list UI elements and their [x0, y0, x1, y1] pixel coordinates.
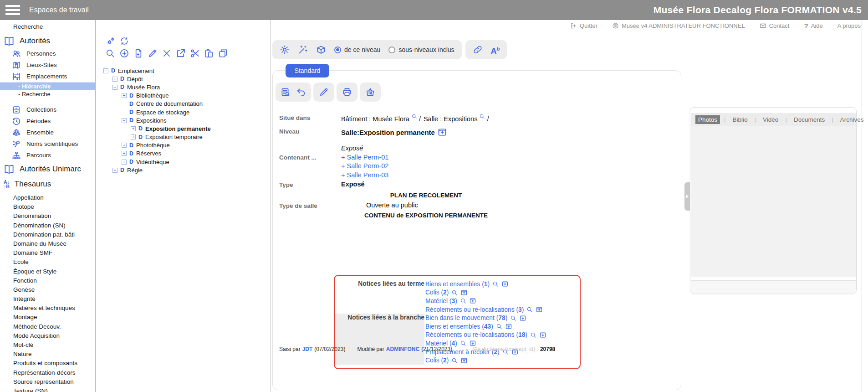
- sidebar-section-autorites-unimarc[interactable]: Autorités Unimarc: [0, 162, 95, 176]
- open-list-icon[interactable]: [501, 280, 509, 288]
- link-icon[interactable]: [473, 45, 483, 55]
- saisi-user-link[interactable]: JDT: [302, 346, 313, 352]
- tree-node-bibliotheque[interactable]: + D Bibliothèque: [102, 92, 267, 100]
- thesaurus-item-methode-decouv[interactable]: Méthode Decouv.: [0, 322, 95, 331]
- open-list-icon[interactable]: [460, 357, 468, 364]
- tree-node-videotheque[interactable]: + D Vidéothèque: [102, 158, 267, 166]
- media-tab-documents[interactable]: Documents: [791, 115, 827, 124]
- tree-node-regie[interactable]: + D Régie: [102, 166, 267, 174]
- thesaurus-item-denomination-sn[interactable]: Dénomination (SN): [0, 221, 95, 230]
- thesaurus-item-genese[interactable]: Genèse: [0, 285, 95, 294]
- sidebar-subitem-hierarchie[interactable]: - Hiérarchie: [0, 83, 95, 90]
- search-icon[interactable]: [510, 315, 516, 321]
- sidebar-subitem-recherche[interactable]: - Recherche: [0, 91, 95, 98]
- expand-toggle-icon[interactable]: +: [131, 126, 136, 131]
- copy-icon[interactable]: [218, 48, 228, 58]
- tree-node-centre-de-documentation[interactable]: D Centre de documentation: [102, 100, 267, 108]
- sidebar-section-thesaurus[interactable]: A↓↑BThesaurus: [0, 177, 95, 191]
- sidebar-item-collections[interactable]: Collections: [0, 104, 95, 115]
- thesaurus-item-domaine-du-musee[interactable]: Domaine du Musée: [0, 239, 95, 248]
- search-icon[interactable]: [492, 281, 499, 287]
- tree-node-depot[interactable]: + D Dépôt: [102, 75, 267, 83]
- thesaurus-item-source-representation[interactable]: Source représentation: [0, 377, 95, 387]
- search-icon[interactable]: [460, 298, 466, 304]
- doc-plus-icon[interactable]: [133, 48, 143, 58]
- open-list-icon[interactable]: [536, 306, 543, 313]
- thesaurus-item-ecole[interactable]: Ecole: [0, 258, 95, 267]
- thesaurus-item-denomination[interactable]: Dénomination: [0, 211, 95, 221]
- thesaurus-item-nature[interactable]: Nature: [0, 350, 95, 359]
- wand-icon[interactable]: [298, 45, 308, 55]
- media-tab-video[interactable]: Vidéo: [760, 115, 781, 124]
- expand-toggle-icon[interactable]: +: [122, 93, 127, 98]
- open-list-icon[interactable]: [519, 315, 526, 322]
- open-list-icon[interactable]: [505, 323, 512, 330]
- scissors-icon[interactable]: [190, 48, 200, 58]
- thesaurus-item-mot-cle[interactable]: Mot-clé: [0, 340, 95, 350]
- sidebar-item-emplacements[interactable]: Emplacements: [0, 71, 95, 82]
- tree-node-phototheque[interactable]: + D Photothèque: [102, 141, 267, 150]
- action-button-printer[interactable]: [337, 83, 357, 102]
- tree-node-reserves[interactable]: + D Réserves: [102, 150, 267, 158]
- expand-toggle-icon[interactable]: −: [112, 85, 117, 90]
- sidebar-section-autorites[interactable]: Autorités: [0, 34, 95, 48]
- paste-icon[interactable]: [204, 48, 214, 58]
- contenant-link-salle-perm-02[interactable]: + Salle Perm-02: [341, 162, 388, 170]
- expand-toggle-icon[interactable]: +: [112, 168, 117, 173]
- expand-toggle-icon[interactable]: −: [103, 68, 108, 73]
- x-icon[interactable]: [162, 48, 172, 58]
- open-list-icon[interactable]: [460, 289, 468, 296]
- contact-link[interactable]: Contact: [760, 22, 790, 29]
- media-tab-photos[interactable]: Photos: [695, 115, 720, 124]
- tree-node-exposition-permanente[interactable]: + D Exposition permanente: [102, 124, 267, 133]
- expand-toggle-icon[interactable]: +: [131, 134, 136, 139]
- modifie-user-link[interactable]: ADMINFONC: [386, 346, 419, 352]
- refresh-icon[interactable]: [120, 36, 129, 46]
- thesaurus-item-texture-sn[interactable]: Texture (SN): [0, 387, 95, 392]
- sidebar-item-lieux-sites[interactable]: Lieux-Sites: [0, 59, 95, 71]
- package-icon[interactable]: [316, 45, 326, 55]
- search-icon[interactable]: [526, 306, 533, 313]
- notice-link[interactable]: Bien dans le mouvement (78): [425, 315, 507, 321]
- thesaurus-item-appellation[interactable]: Appellation: [0, 193, 95, 202]
- action-button-pencil[interactable]: [313, 83, 334, 102]
- notice-link[interactable]: Colis (2): [425, 357, 449, 364]
- help-link[interactable]: ? Aide: [804, 22, 822, 30]
- radio-de-ce-niveau[interactable]: de ce niveau: [334, 46, 380, 53]
- expand-toggle-icon[interactable]: +: [122, 151, 127, 156]
- thesaurus-item-produits-et-composants[interactable]: Produits et composants: [0, 359, 95, 368]
- search-icon[interactable]: [479, 113, 485, 119]
- thesaurus-item-domaine-smf[interactable]: Domaine SMF: [0, 248, 95, 258]
- media-tab-biblio[interactable]: Biblio: [730, 115, 751, 124]
- tree-node-emplacement[interactable]: − D Emplacement: [102, 67, 267, 75]
- search-icon[interactable]: [411, 113, 417, 119]
- pencil-icon[interactable]: [148, 48, 158, 58]
- hamburger-menu-icon[interactable]: [5, 5, 20, 15]
- gears-icon[interactable]: [106, 36, 115, 46]
- about-link[interactable]: A propos: [837, 22, 861, 29]
- expand-toggle-icon[interactable]: +: [112, 77, 117, 82]
- notice-link[interactable]: Biens et ensembles (43): [425, 323, 493, 330]
- contenant-link-salle-perm-03[interactable]: + Salle Perm-03: [341, 171, 388, 180]
- ab-icon[interactable]: Ab: [491, 45, 500, 55]
- search-icon[interactable]: [105, 48, 115, 58]
- panel-collapse-handle[interactable]: [684, 182, 690, 211]
- thesaurus-item-representation-decors[interactable]: Représentation-décors: [0, 368, 95, 377]
- thesaurus-item-epoque-et-style[interactable]: Époque et Style: [0, 267, 95, 276]
- sidebar-item-ensemble[interactable]: Ensemble: [0, 127, 95, 138]
- action-button-basket[interactable]: [360, 83, 381, 102]
- thesaurus-item-integrite[interactable]: Intégrité: [0, 294, 95, 304]
- tree-node-musee-flora[interactable]: − D Musée Flora: [102, 83, 267, 91]
- thesaurus-item-mode-acquisition[interactable]: Mode Acquisition: [0, 331, 95, 340]
- search-icon[interactable]: [530, 332, 536, 338]
- thesaurus-item-montage[interactable]: Montage: [0, 313, 95, 322]
- search-icon[interactable]: [451, 289, 458, 296]
- thesaurus-item-denomination-pat-bati[interactable]: Dénomination pat. bâti: [0, 230, 95, 239]
- action-button-list-search-undo[interactable]: [276, 83, 311, 102]
- sidebar-item-periodes[interactable]: Périodes: [0, 115, 95, 127]
- tree-node-expositions[interactable]: − D Expositions: [102, 116, 267, 124]
- expand-toggle-icon[interactable]: −: [122, 118, 127, 123]
- workspaces-label[interactable]: Espaces de travail: [29, 6, 89, 14]
- tab-standard[interactable]: Standard: [286, 64, 329, 77]
- contenant-link-salle-perm-01[interactable]: + Salle Perm-01: [341, 153, 388, 162]
